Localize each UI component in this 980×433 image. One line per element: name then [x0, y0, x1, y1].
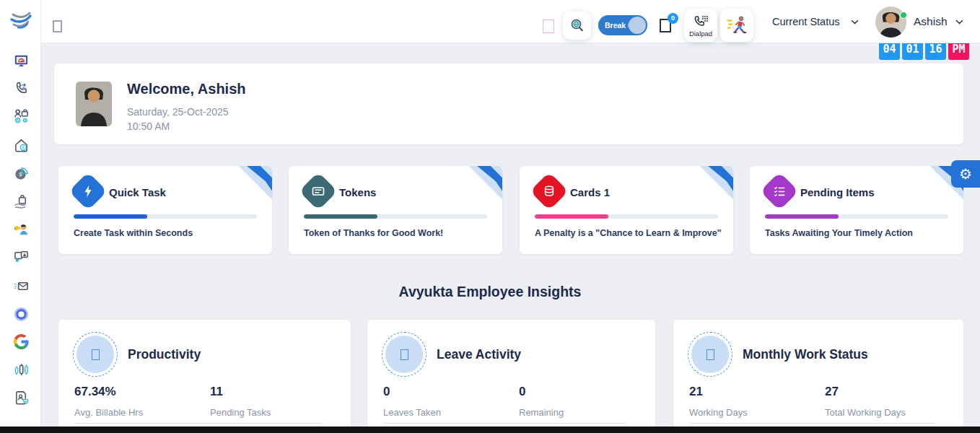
home-finance-icon[interactable]: $	[12, 136, 30, 154]
stat-label: Avg. Billable Hrs	[74, 407, 204, 418]
progress-track	[304, 214, 487, 219]
search-button[interactable]	[563, 12, 591, 40]
stat: 11 Pending Tasks	[210, 385, 340, 418]
insight-title: Monthly Work Status	[743, 347, 868, 362]
quick-card-description: A Penalty is a "Chance to Learn & Improv…	[535, 228, 722, 238]
mail-send-icon[interactable]	[12, 277, 30, 294]
quick-card-title: Pending Items	[800, 186, 875, 198]
checklist-icon	[760, 172, 799, 211]
call-transfer-icon[interactable]	[12, 80, 30, 97]
quick-card-title: Quick Task	[109, 186, 166, 198]
progress-track	[535, 214, 718, 219]
progress-track	[765, 214, 948, 219]
pending-items-card[interactable]: Pending Items Tasks Awaiting Your Timely…	[750, 166, 963, 254]
token-card-icon	[299, 172, 338, 211]
placeholder-glyph-icon	[92, 349, 100, 360]
app-logo-swirl-icon[interactable]	[8, 7, 34, 30]
stat-label: Total Working Days	[825, 407, 955, 418]
svg-text:$: $	[22, 144, 25, 151]
coins-icon	[530, 172, 569, 211]
top-header: Break On 0 Dialpad	[41, 0, 980, 43]
user-avatar[interactable]	[875, 6, 906, 38]
insight-avatar	[73, 332, 118, 377]
online-status-dot	[900, 12, 907, 19]
corner-ribbon	[460, 166, 502, 208]
insights-heading: Avyukta Employee Insights	[0, 284, 980, 300]
stat: 21 Working Days	[689, 385, 819, 418]
progress-fill	[535, 214, 608, 219]
dashboard-icon[interactable]	[12, 52, 30, 69]
dialpad-icon	[691, 14, 710, 31]
runner-icon	[726, 14, 748, 36]
quick-card-description: Create Task within Seconds	[74, 228, 193, 238]
quick-card-description: Tasks Awaiting Your Timely Action	[765, 228, 913, 238]
stat: 0 Remaining	[519, 385, 649, 418]
user-name: Ashish	[914, 15, 948, 28]
welcome-title: Welcome, Ashish	[127, 81, 246, 97]
placeholder-glyph-icon	[401, 349, 408, 360]
quick-card-title: Cards 1	[570, 186, 610, 198]
stat-value: 67.34%	[74, 385, 204, 399]
insight-avatar	[382, 332, 426, 377]
welcome-date: Saturday, 25-Oct-2025	[127, 106, 229, 118]
sidebar: $ $	[0, 0, 41, 433]
stat-value: 11	[210, 385, 340, 399]
progress-track	[74, 214, 257, 219]
insight-title: Leave Activity	[437, 347, 521, 362]
stat-label: Leaves Taken	[383, 407, 513, 418]
search-globe-icon	[569, 17, 586, 35]
corner-ribbon	[691, 166, 733, 208]
gear-icon: ⚙	[959, 165, 972, 183]
dialpad-button[interactable]: Dialpad	[684, 9, 717, 42]
tokens-card[interactable]: Tokens Token of Thanks for Good Work!	[289, 166, 502, 254]
toggle-knob[interactable]	[629, 17, 646, 34]
svg-text:$: $	[19, 171, 22, 178]
insight-title: Productivity	[128, 347, 201, 362]
image-placeholder-icon[interactable]	[53, 20, 62, 32]
hand-bag-icon[interactable]	[12, 193, 30, 210]
divider	[689, 423, 935, 424]
monthly-work-status-card: Monthly Work Status 21 Working Days 27 T…	[673, 320, 963, 433]
user-menu[interactable]: Ashish	[875, 0, 964, 43]
ring-icon[interactable]	[12, 305, 30, 323]
break-toggle[interactable]: Break On	[598, 15, 647, 35]
leave-activity-card: Leave Activity 0 Leaves Taken 0 Remainin…	[367, 320, 655, 433]
quick-card-title: Tokens	[339, 186, 376, 198]
feedback-chat-icon[interactable]	[12, 248, 30, 266]
announcement-person-icon[interactable]	[12, 220, 30, 237]
columns-icon[interactable]	[12, 361, 30, 378]
pie-finance-icon[interactable]: $	[12, 165, 30, 182]
welcome-card: Welcome, Ashish Saturday, 25-Oct-2025 10…	[54, 64, 963, 144]
stat: 67.34% Avg. Billable Hrs	[74, 385, 204, 418]
stat-value: 21	[689, 385, 819, 399]
stat-label: Pending Tasks	[210, 407, 340, 418]
stat-value: 0	[383, 385, 513, 399]
employee-management-icon[interactable]	[12, 107, 30, 124]
break-runner-button[interactable]	[720, 9, 753, 42]
chevron-down-icon	[850, 17, 859, 27]
notification-badge: 0	[668, 13, 678, 24]
placeholder-glyph-icon	[706, 349, 714, 360]
settings-button[interactable]: ⚙	[951, 160, 980, 188]
stat: 0 Leaves Taken	[383, 385, 513, 418]
productivity-card: Productivity 67.34% Avg. Billable Hrs 11…	[58, 320, 351, 433]
current-status-dropdown[interactable]: Current Status	[772, 0, 859, 43]
bolt-icon	[69, 172, 108, 211]
cards-penalty-card[interactable]: Cards 1 A Penalty is a "Chance to Learn …	[520, 166, 733, 254]
progress-fill	[765, 214, 839, 219]
profile-photo	[76, 82, 112, 126]
chevron-down-icon	[955, 17, 964, 27]
stat-label: Working Days	[689, 407, 819, 418]
bottom-window-bar	[0, 427, 980, 433]
divider	[74, 423, 322, 424]
welcome-time: 10:50 AM	[127, 121, 170, 132]
quick-task-card[interactable]: Quick Task Create Task within Seconds	[58, 166, 272, 254]
placeholder-box-icon[interactable]	[543, 19, 554, 33]
current-status-label: Current Status	[772, 16, 840, 27]
divider	[383, 423, 626, 424]
google-icon[interactable]	[12, 333, 30, 350]
document-shield-icon[interactable]	[12, 389, 30, 406]
progress-fill	[304, 214, 377, 219]
quick-card-description: Token of Thanks for Good Work!	[304, 228, 443, 238]
progress-fill	[74, 214, 147, 219]
